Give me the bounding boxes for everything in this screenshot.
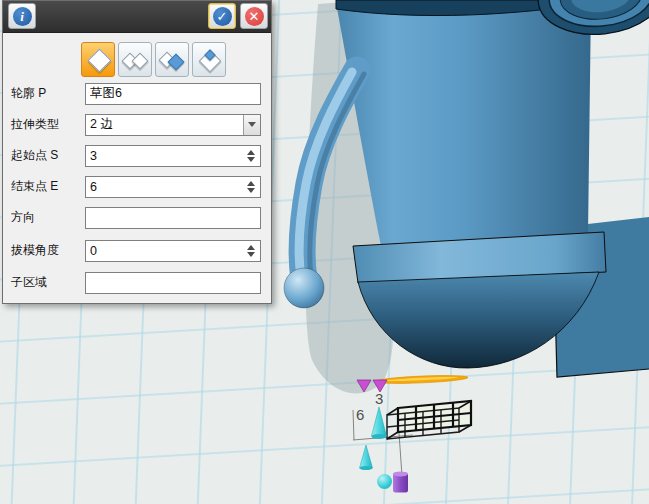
info-button[interactable]: i <box>8 3 36 29</box>
spinner-down-icon[interactable] <box>247 188 255 193</box>
end-point-input[interactable] <box>86 177 260 197</box>
extrude-dialog: i ✓ ✕ <box>2 0 272 304</box>
draft-angle-label: 拔模角度 <box>11 242 85 259</box>
close-button[interactable]: ✕ <box>240 3 268 29</box>
spinner-up-icon[interactable] <box>247 181 255 186</box>
sub-region-field <box>85 272 261 294</box>
close-icon: ✕ <box>245 7 264 26</box>
profile-field <box>85 83 261 105</box>
spinner-down-icon[interactable] <box>247 252 255 257</box>
draft-angle-input[interactable] <box>86 241 260 261</box>
spinner-up-icon[interactable] <box>247 245 255 250</box>
end-point-field <box>85 176 261 198</box>
chevron-down-icon <box>248 122 256 127</box>
direction-label: 方向 <box>11 209 85 226</box>
extrude-solid-icon <box>87 48 111 72</box>
handle-ball-end[interactable] <box>284 268 324 308</box>
start-point-field <box>85 145 261 167</box>
sub-region-label: 子区域 <box>11 274 85 291</box>
extrude-type-label: 拉伸类型 <box>11 116 85 133</box>
profile-input[interactable] <box>86 84 260 104</box>
extrude-solid-surface-button[interactable] <box>155 42 189 77</box>
application-window: 3 6 <box>0 0 649 504</box>
dialog-titlebar: i ✓ ✕ <box>3 1 271 33</box>
start-point-field-label: 起始点 S <box>11 147 85 164</box>
extrude-two-solids-button[interactable] <box>118 42 152 77</box>
extrude-type-dropdown-button[interactable] <box>243 115 260 135</box>
sub-region-input[interactable] <box>86 273 260 293</box>
end-point-label: 6 <box>356 406 364 423</box>
profile-label: 轮廓 P <box>11 85 85 102</box>
draft-angle-field <box>85 240 261 262</box>
checkmark-icon: ✓ <box>213 7 232 26</box>
spinner-down-icon[interactable] <box>247 157 255 162</box>
direction-input[interactable] <box>86 208 260 228</box>
extrude-type-field <box>85 114 261 136</box>
kettle-cylinder-body[interactable] <box>337 2 591 246</box>
start-point-label: 3 <box>375 390 383 407</box>
end-point-field-label: 结束点 E <box>11 178 85 195</box>
endpoint-sphere-handle[interactable] <box>377 474 392 489</box>
extrude-solid-button[interactable] <box>81 42 115 77</box>
extrude-type-input[interactable] <box>86 115 242 135</box>
start-point-input[interactable] <box>86 146 260 166</box>
endpoint-cylinder-cap <box>393 472 408 477</box>
info-icon: i <box>13 7 32 26</box>
extrude-solid-point-button[interactable] <box>192 42 226 77</box>
spinner-up-icon[interactable] <box>247 150 255 155</box>
direction-field <box>85 207 261 229</box>
ok-button[interactable]: ✓ <box>208 3 236 29</box>
